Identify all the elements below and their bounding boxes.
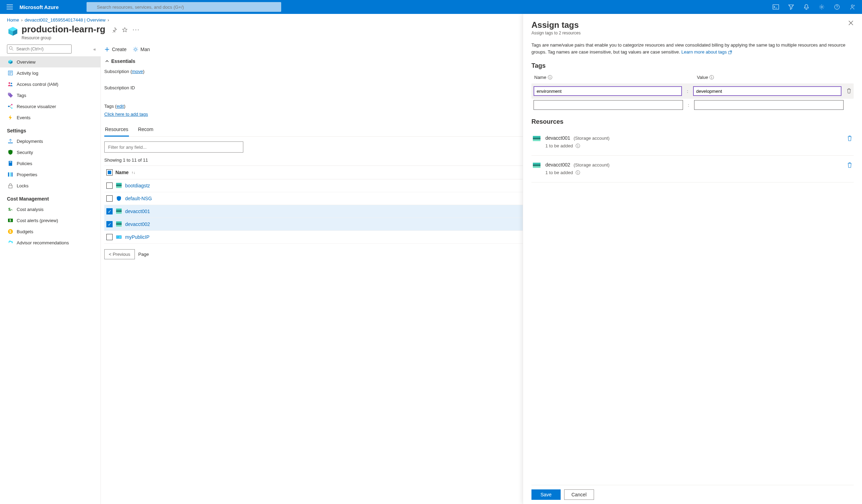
pin-icon[interactable] [112, 27, 117, 33]
resource-link[interactable]: default-NSG [125, 196, 152, 201]
storage-icon [116, 183, 122, 188]
brand-label[interactable]: Microsoft Azure [19, 4, 59, 10]
sort-icon[interactable]: ↑↓ [131, 170, 135, 174]
svg-rect-19 [11, 172, 13, 177]
notifications-icon[interactable] [799, 0, 813, 14]
resource-link[interactable]: devacct002 [125, 221, 150, 227]
delete-tag-icon[interactable] [846, 88, 852, 95]
tab-resources[interactable]: Resources [104, 124, 129, 137]
manage-button[interactable]: Man [133, 47, 150, 52]
svg-point-26 [135, 48, 137, 50]
panel-footer: Save Cancel [531, 485, 854, 504]
help-icon[interactable] [830, 0, 844, 14]
tag-name-input[interactable] [534, 86, 682, 96]
sidebar-item-iam[interactable]: Access control (IAM) [0, 79, 100, 90]
star-icon[interactable] [122, 27, 128, 33]
info-icon[interactable]: ⓘ [576, 170, 580, 175]
info-icon[interactable]: ⓘ [548, 75, 552, 80]
cube-icon [8, 59, 13, 65]
info-icon[interactable]: ⓘ [576, 143, 580, 148]
sidebar-item-deployments[interactable]: Deployments [0, 136, 100, 147]
essentials-label: Essentials [111, 58, 135, 64]
breadcrumb-home[interactable]: Home [7, 17, 19, 23]
tab-recommendations[interactable]: Recom [137, 124, 154, 136]
close-icon[interactable] [848, 20, 854, 35]
sidebar-item-visualizer[interactable]: Resource visualizer [0, 101, 100, 112]
storage-icon [533, 163, 540, 168]
learn-more-link[interactable]: Learn more about tags [681, 49, 732, 55]
resource-link[interactable]: myPublicIP [125, 234, 149, 240]
row-checkbox[interactable] [106, 234, 113, 240]
column-name[interactable]: Name [115, 170, 129, 175]
shield-icon [8, 149, 13, 155]
row-checkbox[interactable] [106, 221, 113, 227]
svg-point-6 [9, 47, 12, 49]
sidebar-item-label: Properties [17, 172, 37, 177]
sidebar-item-tags[interactable]: Tags [0, 90, 100, 101]
svg-rect-39 [533, 136, 540, 138]
settings-icon[interactable] [815, 0, 829, 14]
svg-text:$: $ [9, 219, 11, 222]
sidebar-item-label: Security [17, 150, 33, 155]
breadcrumb-item[interactable]: devacct002_1659554017448 | Overview [25, 17, 106, 23]
svg-text:IP: IP [117, 236, 120, 238]
sidebar-search-input[interactable] [7, 44, 72, 54]
tag-value-header: Valueⓘ [697, 74, 846, 81]
more-icon[interactable]: ··· [132, 26, 140, 33]
tag-value-input[interactable] [694, 100, 844, 110]
sidebar-item-advisor[interactable]: Advisor recommendations [0, 237, 100, 248]
sidebar-item-label: Policies [17, 161, 32, 166]
global-search-input[interactable] [87, 2, 281, 12]
panel-description: Tags are name/value pairs that enable yo… [531, 42, 854, 55]
cancel-button[interactable]: Cancel [564, 489, 594, 500]
cloud-shell-icon[interactable] [769, 0, 783, 14]
remove-resource-icon[interactable] [847, 162, 852, 169]
visualizer-icon [8, 104, 13, 109]
hamburger-icon[interactable] [3, 0, 17, 14]
resource-item: devacct002 (Storage account) 1 to be add… [531, 156, 854, 182]
collapse-sidebar-icon[interactable]: « [93, 47, 96, 52]
row-checkbox[interactable] [106, 195, 113, 202]
remove-resource-icon[interactable] [847, 135, 852, 142]
resource-name: devacct001 [545, 135, 570, 141]
sidebar-item-activity-log[interactable]: Activity log [0, 67, 100, 79]
advisor-icon [8, 240, 13, 245]
create-button[interactable]: Create [104, 47, 127, 52]
svg-point-14 [11, 107, 13, 109]
tag-name-input[interactable] [534, 100, 683, 110]
sidebar-item-label: Cost analysis [17, 207, 43, 212]
sidebar-item-events[interactable]: Events [0, 112, 100, 123]
sidebar-item-cost-alerts[interactable]: $Cost alerts (preview) [0, 215, 100, 226]
policy-icon [8, 161, 13, 166]
tag-value-input[interactable] [693, 86, 841, 96]
previous-button[interactable]: < Previous [104, 249, 135, 259]
filter-icon[interactable] [784, 0, 798, 14]
feedback-icon[interactable] [845, 0, 859, 14]
svg-line-7 [12, 49, 13, 50]
info-icon[interactable]: ⓘ [709, 75, 714, 80]
sidebar-item-security[interactable]: Security [0, 147, 100, 158]
sidebar-item-locks[interactable]: Locks [0, 180, 100, 191]
panel-subtitle: Assign tags to 2 resources [531, 31, 580, 35]
resource-link[interactable]: bootdiagstz [125, 183, 150, 188]
sidebar-item-budgets[interactable]: $Budgets [0, 226, 100, 237]
row-checkbox[interactable] [106, 208, 113, 214]
filter-input[interactable] [104, 141, 243, 153]
sidebar-item-policies[interactable]: Policies [0, 158, 100, 169]
resources-heading: Resources [531, 118, 854, 125]
page-label: Page [138, 252, 149, 257]
sidebar-item-overview[interactable]: Overview [0, 56, 100, 67]
cost-alert-icon: $ [8, 218, 13, 223]
svg-point-9 [9, 82, 10, 84]
row-checkbox[interactable] [106, 182, 113, 189]
resource-link[interactable]: devacct001 [125, 209, 150, 214]
sidebar-item-properties[interactable]: Properties [0, 169, 100, 180]
sidebar-item-cost-analysis[interactable]: $Cost analysis [0, 204, 100, 215]
select-all-checkbox[interactable] [106, 169, 113, 176]
tag-row: : [531, 83, 854, 99]
move-link[interactable]: move [132, 69, 143, 74]
save-button[interactable]: Save [531, 489, 561, 500]
edit-tags-link[interactable]: edit [116, 104, 124, 109]
add-tags-link[interactable]: Click here to add tags [104, 112, 148, 117]
sidebar-item-label: Access control (IAM) [17, 82, 58, 87]
